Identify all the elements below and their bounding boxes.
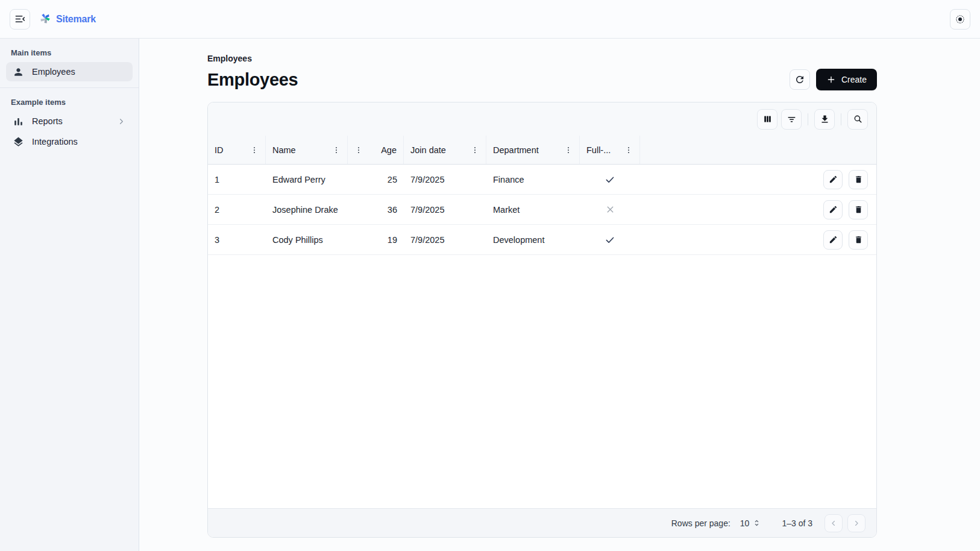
column-header-label: ID (215, 145, 224, 155)
export-button[interactable] (814, 109, 835, 130)
sidebar-divider (0, 87, 139, 88)
topbar: Sitemark (0, 0, 980, 39)
row-actions (816, 200, 876, 219)
cell-age: 36 (348, 205, 404, 215)
cell-age: 25 (348, 175, 404, 184)
logo-text: Sitemark (56, 14, 96, 25)
sidebar: Main items Employees Example items Repor… (0, 39, 139, 551)
chevron-right-icon (117, 117, 126, 126)
bar-chart-icon (13, 116, 24, 127)
column-header-join-date[interactable]: Join date (404, 136, 486, 164)
plus-icon (826, 75, 836, 84)
create-button-label: Create (841, 75, 867, 84)
cell-full-time (580, 235, 640, 245)
cell-department: Development (486, 235, 580, 245)
delete-trash-icon (854, 235, 863, 244)
column-header-id[interactable]: ID (208, 136, 266, 164)
sidebar-item-label: Integrations (32, 137, 78, 146)
sidebar-item-label: Reports (32, 116, 63, 126)
page-title: Employees (207, 70, 298, 90)
cell-name: Cody Phillips (266, 235, 348, 245)
cell-id: 2 (208, 205, 266, 215)
chevron-left-icon (829, 519, 838, 527)
column-menu-icon[interactable] (471, 146, 479, 154)
row-actions (816, 230, 876, 250)
table-row[interactable]: 2 Josephine Drake 36 7/9/2025 Market (208, 195, 876, 225)
export-download-icon (820, 114, 830, 124)
column-menu-icon[interactable] (332, 146, 341, 154)
theme-toggle-button[interactable] (950, 9, 970, 30)
grid-toolbar (208, 102, 876, 136)
delete-button[interactable] (849, 230, 868, 250)
column-header-label: Full-... (586, 145, 611, 155)
breadcrumb: Employees (207, 39, 877, 63)
sidebar-item-integrations[interactable]: Integrations (6, 132, 133, 151)
check-icon (605, 174, 615, 185)
app-logo[interactable]: Sitemark (39, 13, 96, 25)
collapse-menu-button[interactable] (10, 9, 30, 30)
cell-id: 3 (208, 235, 266, 245)
create-button[interactable]: Create (816, 69, 877, 90)
cell-full-time (580, 174, 640, 185)
column-header-filler (640, 136, 816, 164)
column-header-full-time[interactable]: Full-... (580, 136, 640, 164)
grid-header-row: ID Name Age (208, 136, 876, 165)
cell-full-time (580, 204, 640, 215)
previous-page-button[interactable] (825, 514, 843, 532)
cross-icon (605, 204, 615, 215)
table-row[interactable]: 1 Edward Perry 25 7/9/2025 Finance (208, 165, 876, 195)
search-button[interactable] (847, 109, 868, 130)
cell-department: Finance (486, 175, 580, 184)
edit-pencil-icon (829, 235, 838, 244)
pagination-range: 1–3 of 3 (782, 518, 812, 528)
cell-name: Edward Perry (266, 175, 348, 184)
toolbar-divider (808, 113, 808, 125)
column-menu-icon[interactable] (624, 146, 633, 154)
column-menu-icon[interactable] (564, 146, 573, 154)
cell-department: Market (486, 205, 580, 215)
sidebar-item-reports[interactable]: Reports (6, 112, 133, 131)
cell-id: 1 (208, 175, 266, 184)
edit-button[interactable] (823, 170, 843, 189)
column-header-age[interactable]: Age (348, 136, 404, 164)
person-icon (13, 66, 24, 78)
edit-button[interactable] (823, 230, 843, 250)
delete-button[interactable] (849, 200, 868, 219)
toolbar-divider (841, 113, 841, 125)
refresh-icon (794, 74, 805, 85)
delete-trash-icon (854, 175, 863, 184)
columns-icon (762, 114, 773, 124)
rows-per-page-value: 10 (740, 518, 750, 528)
column-header-name[interactable]: Name (266, 136, 348, 164)
column-header-label: Department (493, 145, 539, 155)
grid-footer: Rows per page: 10 1–3 of 3 (208, 508, 876, 537)
column-menu-icon[interactable] (354, 146, 363, 154)
main-content: Employees Employees (139, 39, 980, 551)
unfold-more-icon (752, 518, 761, 527)
delete-trash-icon (854, 205, 863, 214)
filter-button[interactable] (781, 109, 802, 130)
cell-join-date: 7/9/2025 (404, 235, 486, 245)
column-header-department[interactable]: Department (486, 136, 580, 164)
grid-empty-space (208, 255, 876, 508)
search-icon (853, 114, 863, 124)
cell-age: 19 (348, 235, 404, 245)
table-row[interactable]: 3 Cody Phillips 19 7/9/2025 Development (208, 225, 876, 255)
rows-per-page-label: Rows per page: (671, 518, 730, 528)
edit-pencil-icon (829, 205, 838, 214)
row-actions (816, 170, 876, 189)
delete-button[interactable] (849, 170, 868, 189)
column-menu-icon[interactable] (250, 146, 259, 154)
columns-button[interactable] (757, 109, 777, 130)
sidebar-item-employees[interactable]: Employees (6, 62, 133, 81)
edit-pencil-icon (829, 175, 838, 184)
cell-join-date: 7/9/2025 (404, 205, 486, 215)
edit-button[interactable] (823, 200, 843, 219)
next-page-button[interactable] (847, 514, 865, 532)
refresh-button[interactable] (790, 69, 810, 90)
rows-per-page-select[interactable]: 10 (740, 518, 762, 528)
light-mode-sun-icon (955, 14, 966, 25)
sitemark-logo-icon (39, 13, 51, 25)
layers-icon (13, 136, 24, 148)
sidebar-section-example-items: Example items (6, 94, 133, 112)
